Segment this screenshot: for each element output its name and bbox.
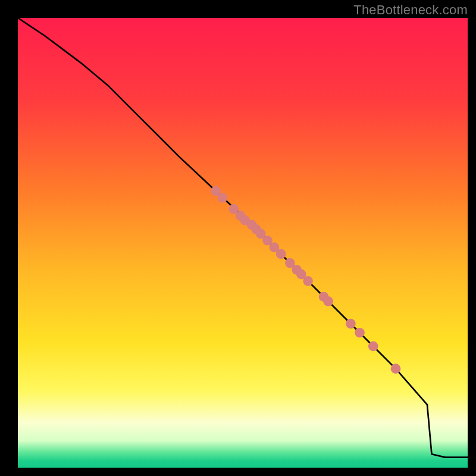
data-point [323, 296, 333, 306]
data-point [368, 342, 378, 352]
data-point [276, 249, 286, 259]
data-point [303, 276, 313, 286]
data-point [218, 193, 228, 203]
chart-frame: TheBottleneck.com [0, 0, 476, 476]
gradient-bg [18, 18, 468, 468]
chart-svg [18, 18, 468, 468]
plot-area [18, 18, 468, 468]
data-point [391, 364, 401, 374]
data-point [346, 319, 356, 329]
data-point [355, 328, 365, 338]
watermark-text: TheBottleneck.com [353, 2, 468, 18]
